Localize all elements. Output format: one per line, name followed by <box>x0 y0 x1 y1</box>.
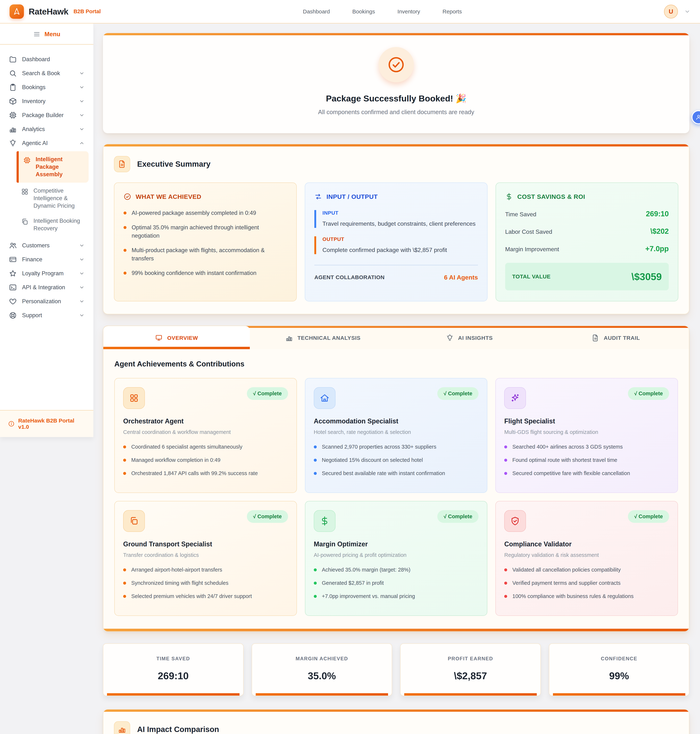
savings-value: +7.0pp <box>645 245 669 253</box>
agent-bullets: Achieved 35.0% margin (target: 28%)Gener… <box>314 566 479 600</box>
sidebar-item-customers[interactable]: Customers <box>5 239 88 252</box>
sidebar-item-label: Intelligent Booking Recovery <box>34 217 84 232</box>
info-icon <box>8 420 15 427</box>
sidebar-item-bookings[interactable]: Bookings <box>5 80 88 94</box>
brand-name: RateHawk <box>29 7 68 16</box>
achievement-item: 99% booking confidence with instant conf… <box>124 269 287 277</box>
agent-bullet-item: Validated all cancellation policies comp… <box>504 566 669 574</box>
agent-bullet-item: Synchronized timing with flight schedule… <box>123 579 288 587</box>
input-output-title: INPUT / OUTPUT <box>326 193 378 200</box>
agent-card-head: √ Complete <box>123 387 288 409</box>
sidebar-spacer <box>0 322 93 410</box>
brand[interactable]: RateHawk B2B Portal <box>10 4 101 19</box>
chevron-down-icon <box>79 271 85 276</box>
agent-bullet-text: Generated $2,857 in profit <box>322 579 384 587</box>
sidebar-item-intelligent-package-assembly[interactable]: Intelligent Package Assembly <box>16 151 88 183</box>
metric-value: 35.0% <box>256 670 388 681</box>
nav-item-inventory[interactable]: Inventory <box>397 9 420 15</box>
bullet-dot <box>123 568 126 571</box>
agent-bullet-text: Coordinated 6 specialist agents simultan… <box>131 443 243 451</box>
sidebar-item-label: Analytics <box>22 126 74 132</box>
agent-card-flight-specialist: √ CompleteFlight SpecialistMulti-GDS fli… <box>496 378 678 493</box>
tab-technical-analysis[interactable]: TECHNICAL ANALYSIS <box>250 326 396 349</box>
tab-audit-trail[interactable]: AUDIT TRAIL <box>543 326 689 349</box>
tab-overview[interactable]: OVERVIEW <box>103 326 250 349</box>
sidebar-item-package-builder[interactable]: Package Builder <box>5 108 88 122</box>
output-text: Complete confirmed package with \$2,857 … <box>322 246 478 254</box>
bullet-dot <box>504 445 507 448</box>
sidebar-item-inventory[interactable]: Inventory <box>5 94 88 108</box>
nav-item-dashboard[interactable]: Dashboard <box>303 9 330 15</box>
executive-top-accent <box>103 144 689 147</box>
folder-icon <box>9 55 17 63</box>
users-icon <box>9 241 17 250</box>
nav-item-reports[interactable]: Reports <box>443 9 462 15</box>
agent-chip <box>314 387 335 409</box>
chevron-down-icon <box>79 313 85 318</box>
executive-summary-section: Executive Summary WHAT WE ACHIEVED AI-po… <box>103 144 689 314</box>
check-circle-icon <box>387 56 405 74</box>
agent-card-head: √ Complete <box>314 510 479 532</box>
sidebar-item-api-integration[interactable]: API & Integration <box>5 280 88 294</box>
sidebar-item-competitive-intelligence-dynamic-pricing[interactable]: Competitive Intelligence & Dynamic Prici… <box>16 184 88 213</box>
sidebar-item-label: Personalization <box>22 298 74 305</box>
agent-bullet-item: Searched 400+ airlines across 3 GDS syst… <box>504 443 669 451</box>
sidebar-menu-toggle[interactable]: Menu <box>0 23 93 45</box>
bullet-dot <box>123 445 126 448</box>
bullet-dot <box>504 472 507 475</box>
agent-bullet-item: Orchestrated 1,847 API calls with 99.2% … <box>123 469 288 477</box>
sidebar: Menu DashboardSearch & BookBookingsInven… <box>0 23 94 437</box>
bullet-dot <box>124 211 126 214</box>
metric-bottom-accent <box>107 693 240 696</box>
sidebar-item-label: Customers <box>22 242 74 249</box>
sidebar-item-support[interactable]: Support <box>5 308 88 322</box>
success-check-circle <box>378 47 414 82</box>
agent-collaboration-value: 6 AI Agents <box>444 274 478 281</box>
sidebar-item-personalization[interactable]: Personalization <box>5 294 88 308</box>
agent-subtitle: Regulatory validation & risk assessment <box>504 552 669 558</box>
agent-bullets: Searched 400+ airlines across 3 GDS syst… <box>504 443 669 477</box>
chevron-down-icon <box>79 126 85 132</box>
sidebar-item-finance[interactable]: Finance <box>5 252 88 266</box>
bullet-dot <box>314 568 317 571</box>
agent-bullet-item: Achieved 35.0% margin (target: 28%) <box>314 566 479 574</box>
sidebar-footer: RateHawk B2B Portal v1.0 <box>0 410 93 437</box>
avatar[interactable]: U <box>664 4 678 19</box>
nav-item-bookings[interactable]: Bookings <box>352 9 375 15</box>
executive-summary-title: Executive Summary <box>137 160 210 169</box>
total-value-box: TOTAL VALUE \$3059 <box>505 263 669 291</box>
main-layout: Menu DashboardSearch & BookBookingsInven… <box>0 23 700 734</box>
total-value-amount: \$3059 <box>631 271 662 282</box>
sidebar-item-label: Package Builder <box>22 112 74 119</box>
savings-label: Margin Improvement <box>505 246 559 253</box>
metric-bottom-accent <box>404 693 537 696</box>
tab-ai-insights[interactable]: AI INSIGHTS <box>396 326 543 349</box>
agent-chip <box>504 510 526 532</box>
agent-bullet-text: Orchestrated 1,847 API calls with 99.2% … <box>131 469 258 477</box>
savings-row-labor-cost-saved: Labor Cost Saved\$202 <box>505 227 669 235</box>
agent-bullet-text: Found optimal route with shortest travel… <box>512 456 617 464</box>
terminal-icon <box>9 283 17 291</box>
pages-icon <box>129 516 139 526</box>
grid-icon <box>21 188 29 195</box>
sidebar-item-intelligent-booking-recovery[interactable]: Intelligent Booking Recovery <box>16 214 88 236</box>
bullet-dot <box>504 459 507 462</box>
sidebar-item-analytics[interactable]: Analytics <box>5 122 88 136</box>
package-icon <box>9 97 17 105</box>
sidebar-item-loyalty-program[interactable]: Loyalty Program <box>5 266 88 280</box>
complete-badge: √ Complete <box>247 387 288 400</box>
bar-chart-icon <box>118 725 126 734</box>
agent-bullet-item: Secured competitive fare with flexible c… <box>504 469 669 477</box>
sidebar-item-label: Support <box>22 312 74 319</box>
sidebar-item-agentic-ai[interactable]: Agentic AI <box>5 136 88 150</box>
user-menu[interactable]: U <box>664 4 690 19</box>
complete-badge: √ Complete <box>628 387 669 400</box>
agent-bullets: Scanned 2,970 properties across 330+ sup… <box>314 443 479 477</box>
metric-label: PROFIT EARNED <box>404 656 537 662</box>
document-icon <box>591 334 599 342</box>
sidebar-item-search-book[interactable]: Search & Book <box>5 66 88 80</box>
chevron-down-icon <box>79 70 85 76</box>
input-block: INPUT Travel requirements, budget constr… <box>314 210 478 228</box>
sidebar-item-dashboard[interactable]: Dashboard <box>5 52 88 66</box>
heart-icon <box>9 297 17 305</box>
